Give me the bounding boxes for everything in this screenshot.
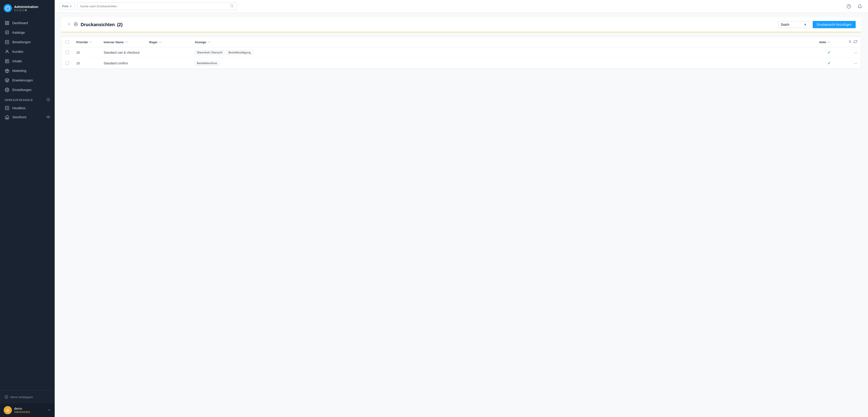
- anzeige-header: Anzeige ···: [191, 37, 815, 47]
- language-value: Dutch: [781, 23, 789, 26]
- regel-options-icon[interactable]: ···: [159, 40, 161, 44]
- row1-priority: 10: [73, 47, 100, 58]
- row2-tag-1: Bestellabschluss: [195, 61, 219, 66]
- kunden-icon: [5, 49, 9, 54]
- sidebar: Administration 6.4.16.0 Dashboard: [0, 0, 55, 417]
- sidebar-footer: Menü einklappen: [0, 390, 55, 403]
- row1-checkbox[interactable]: [65, 50, 69, 54]
- print-label: Print: [62, 5, 68, 8]
- page-header-left: Druckansichten (2): [67, 22, 123, 27]
- row1-menu-button[interactable]: ···: [854, 50, 857, 55]
- search-input[interactable]: [80, 5, 228, 8]
- sidebar-item-dashboard[interactable]: Dashboard: [0, 18, 55, 28]
- table-header-row: Priorität ··· Interner Name ···: [62, 37, 861, 47]
- storefront-icon: [5, 115, 9, 120]
- avatar: D: [4, 406, 12, 414]
- sidebar-header: Administration 6.4.16.0: [0, 0, 55, 16]
- app-logo: [4, 4, 12, 12]
- sidebar-item-einstellungen[interactable]: Einstellungen: [0, 85, 55, 95]
- aktiv-options-icon[interactable]: ···: [828, 40, 831, 44]
- row1-actions: ···: [843, 47, 861, 58]
- row1-checkbox-cell: [62, 47, 73, 58]
- svg-point-12: [48, 116, 49, 117]
- refresh-icon[interactable]: [854, 40, 857, 44]
- table-row: 10 Standard cart & checkout Warenkorb Üb…: [62, 47, 861, 58]
- row2-anzeige: Bestellabschluss: [191, 58, 815, 69]
- bestellungen-icon: [5, 40, 9, 44]
- row2-priority: 10: [73, 58, 100, 69]
- user-chevron-icon[interactable]: [48, 408, 51, 412]
- sidebar-item-label: Bestellungen: [12, 40, 31, 44]
- svg-rect-1: [5, 22, 7, 23]
- anzeige-options-icon[interactable]: ···: [208, 40, 211, 44]
- page-header: Druckansichten (2) Dutch ▼ Druckansicht …: [62, 17, 861, 32]
- sidebar-item-kataloge[interactable]: Kataloge: [0, 28, 55, 37]
- sidebar-item-label: Inhalte: [12, 59, 22, 63]
- add-channel-icon[interactable]: [46, 98, 50, 102]
- svg-point-0: [6, 6, 10, 10]
- sidebar-item-label: Marketing: [12, 69, 26, 73]
- headless-label: Headless: [12, 106, 26, 110]
- row2-regel: [146, 58, 191, 69]
- user-section: D demo Administrator: [0, 403, 55, 417]
- select-all-header: [62, 37, 73, 47]
- verkaufskanaele-section: Verkaufskanäle: [0, 95, 55, 104]
- storefront-eye-icon[interactable]: [46, 115, 50, 119]
- svg-rect-11: [7, 117, 8, 119]
- sidebar-item-label: Einstellungen: [12, 88, 31, 92]
- row2-aktiv: ✓: [815, 58, 843, 69]
- main-nav: Dashboard Kataloge Bestellungen: [0, 16, 55, 390]
- page-header-right: Dutch ▼ Druckansicht hinzufügen: [778, 21, 856, 28]
- sidebar-item-label: Erweiterungen: [12, 78, 33, 82]
- aktiv-header: Aktiv ···: [815, 37, 843, 47]
- sidebar-item-erweiterungen[interactable]: Erweiterungen: [0, 75, 55, 85]
- row2-name: Standard confirm: [100, 58, 146, 69]
- row2-menu-button[interactable]: ···: [854, 61, 857, 66]
- row1-anzeige: Warenkorb Übersicht Bestellbestätigung: [191, 47, 815, 58]
- sidebar-item-kunden[interactable]: Kunden: [0, 47, 55, 57]
- sidebar-item-label: Dashboard: [12, 21, 28, 25]
- page-content: Druckansichten (2) Dutch ▼ Druckansicht …: [55, 13, 868, 417]
- notifications-icon[interactable]: [856, 3, 863, 10]
- erweiterungen-icon: [5, 78, 9, 83]
- row1-aktiv-check: ✓: [828, 50, 831, 55]
- topbar: Print ▼: [55, 0, 868, 13]
- list-view-icon[interactable]: [848, 40, 851, 44]
- svg-rect-3: [5, 24, 7, 25]
- svg-rect-4: [7, 24, 9, 25]
- user-name: demo: [14, 407, 48, 410]
- print-chevron-icon: ▼: [70, 5, 72, 7]
- collapse-menu-button[interactable]: Menü einklappen: [5, 394, 50, 400]
- row1-aktiv: ✓: [815, 47, 843, 58]
- sidebar-item-inhalte[interactable]: Inhalte: [0, 57, 55, 66]
- help-icon[interactable]: [845, 3, 852, 10]
- search-icon: [230, 4, 234, 8]
- kataloge-icon: [5, 30, 9, 35]
- storefront-item-left: Storefront: [5, 115, 26, 120]
- print-header-icon[interactable]: [74, 22, 78, 27]
- druckansichten-table: Priorität ··· Interner Name ···: [62, 37, 861, 69]
- storefront-label: Storefront: [12, 115, 26, 119]
- inhalte-icon: [5, 59, 9, 64]
- regel-header: Regel ···: [146, 37, 191, 47]
- sidebar-item-headless[interactable]: Headless: [0, 104, 55, 113]
- row2-checkbox[interactable]: [65, 61, 69, 65]
- interner-name-options-icon[interactable]: ···: [125, 40, 128, 44]
- sidebar-item-marketing[interactable]: Marketing: [0, 66, 55, 75]
- back-button[interactable]: [67, 22, 71, 27]
- search-box: [77, 2, 237, 10]
- app-name: Administration: [14, 5, 38, 9]
- add-druckansicht-button[interactable]: Druckansicht hinzufügen: [813, 21, 856, 28]
- prioritaet-header: Priorität ···: [73, 37, 100, 47]
- prioritaet-options-icon[interactable]: ···: [89, 40, 92, 44]
- svg-point-6: [6, 50, 8, 51]
- row1-tag-1: Warenkorb Übersicht: [195, 50, 224, 55]
- language-select[interactable]: Dutch ▼: [778, 21, 810, 28]
- sidebar-item-bestellungen[interactable]: Bestellungen: [0, 37, 55, 47]
- svg-rect-2: [7, 22, 9, 23]
- print-button[interactable]: Print ▼: [59, 3, 75, 9]
- sidebar-item-storefront[interactable]: Storefront: [0, 113, 55, 122]
- select-all-checkbox[interactable]: [65, 40, 69, 44]
- row2-actions: ···: [843, 58, 861, 69]
- row1-regel: [146, 47, 191, 58]
